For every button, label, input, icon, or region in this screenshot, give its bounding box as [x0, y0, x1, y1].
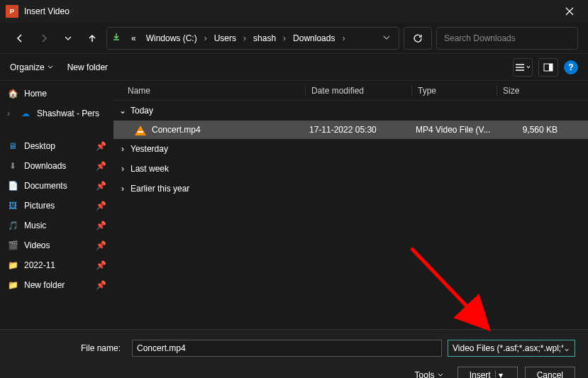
document-icon: 📄 — [7, 181, 18, 191]
forward-button[interactable] — [34, 28, 54, 48]
sidebar-documents[interactable]: 📄Documents📌 — [0, 176, 113, 196]
address-dropdown-icon[interactable] — [379, 33, 394, 43]
powerpoint-icon: P — [6, 5, 18, 18]
sidebar-downloads[interactable]: ⬇Downloads📌 — [0, 156, 113, 176]
sidebar-folder-2022-11[interactable]: 📁2022-11📌 — [0, 255, 113, 275]
column-headers[interactable]: Name Date modified Type Size — [113, 81, 588, 101]
folder-icon: 📁 — [7, 280, 18, 290]
pictures-icon: 🖼 — [7, 201, 18, 211]
chevron-right-icon: › — [118, 144, 128, 154]
chevron-right-icon: › — [7, 109, 14, 118]
file-type: MP4 Video File (V... — [416, 125, 501, 135]
recent-dropdown[interactable] — [58, 28, 78, 48]
col-name[interactable]: Name — [128, 86, 305, 96]
view-list-button[interactable] — [513, 58, 533, 77]
file-size: 9,560 KB — [501, 125, 558, 135]
back-button[interactable] — [10, 28, 30, 48]
pin-icon: 📌 — [96, 201, 106, 211]
pin-icon: 📌 — [96, 141, 106, 151]
chevron-right-icon: › — [118, 184, 128, 194]
command-bar: Organize New folder ? — [0, 54, 588, 81]
group-today[interactable]: ⌄Today — [113, 101, 588, 121]
col-date[interactable]: Date modified — [305, 86, 411, 96]
group-yesterday[interactable]: ›Yesterday — [113, 139, 588, 159]
download-icon: ⬇ — [7, 161, 18, 171]
search-input[interactable]: Search Downloads — [436, 27, 578, 50]
sidebar-home[interactable]: 🏠 Home — [0, 84, 113, 104]
pin-icon: 📌 — [96, 240, 106, 250]
chevron-right-icon: › — [204, 33, 207, 43]
file-type-filter[interactable]: Video Files (*.asf;*.asx;*.wpl;*.w ⌄ — [448, 340, 575, 357]
file-date: 17-11-2022 05:30 — [309, 125, 416, 135]
close-button[interactable] — [554, 0, 585, 23]
col-size[interactable]: Size — [497, 86, 553, 96]
sidebar-pictures[interactable]: 🖼Pictures📌 — [0, 196, 113, 216]
title-bar: P Insert Video — [0, 0, 588, 23]
address-bar[interactable]: « Windows (C:)› Users› shash› Downloads› — [106, 27, 399, 50]
home-icon: 🏠 — [7, 89, 18, 99]
pin-icon: 📌 — [96, 260, 106, 270]
organize-menu[interactable]: Organize — [10, 62, 53, 72]
dialog-footer: File name: Video Files (*.asf;*.asx;*.wp… — [0, 329, 588, 378]
pin-icon: 📌 — [96, 280, 106, 290]
music-icon: 🎵 — [7, 221, 18, 230]
pin-icon: 📌 — [96, 161, 106, 171]
downloads-folder-icon — [111, 32, 121, 44]
folder-icon: 📁 — [7, 260, 18, 270]
pin-icon: 📌 — [96, 181, 106, 191]
chevron-right-icon: › — [243, 33, 246, 43]
file-name: Concert.mp4 — [152, 125, 309, 135]
insert-dropdown-icon[interactable]: ▾ — [495, 370, 506, 378]
pin-icon: 📌 — [96, 221, 106, 230]
filename-input[interactable] — [132, 340, 442, 357]
refresh-button[interactable] — [404, 27, 432, 50]
chevron-right-icon: › — [342, 33, 345, 43]
chevron-down-icon: ⌄ — [563, 343, 570, 353]
preview-pane-button[interactable] — [538, 58, 558, 77]
svg-rect-1 — [549, 64, 553, 71]
tools-menu[interactable]: Tools — [415, 370, 443, 378]
chevron-right-icon: › — [118, 164, 128, 174]
group-earlier-year[interactable]: ›Earlier this year — [113, 179, 588, 199]
breadcrumb-seg[interactable]: Windows (C:) — [143, 33, 200, 43]
cancel-button[interactable]: Cancel — [525, 367, 575, 378]
window-title: Insert Video — [24, 6, 554, 16]
nav-bar: « Windows (C:)› Users› shash› Downloads›… — [0, 23, 588, 54]
filter-text: Video Files (*.asf;*.asx;*.wpl;*.w — [453, 343, 563, 353]
chevron-right-icon: › — [283, 33, 286, 43]
breadcrumb-seg[interactable]: Users — [211, 33, 239, 43]
filename-label: File name: — [13, 343, 126, 353]
help-button[interactable]: ? — [564, 60, 578, 74]
vlc-icon — [135, 124, 146, 135]
main-area: 🏠 Home › ☁ Shashwat - Pers 🖥Desktop📌 ⬇Do… — [0, 81, 588, 329]
breadcrumb-seg[interactable]: shash — [250, 33, 279, 43]
breadcrumb-prefix: « — [128, 33, 139, 43]
new-folder-button[interactable]: New folder — [67, 62, 108, 72]
group-last-week[interactable]: ›Last week — [113, 159, 588, 179]
sidebar-videos[interactable]: 🎬Videos📌 — [0, 235, 113, 255]
search-placeholder: Search Downloads — [444, 33, 516, 43]
sidebar-music[interactable]: 🎵Music📌 — [0, 216, 113, 235]
sidebar-desktop[interactable]: 🖥Desktop📌 — [0, 136, 113, 156]
sidebar-onedrive[interactable]: › ☁ Shashwat - Pers — [0, 104, 113, 123]
sidebar: 🏠 Home › ☁ Shashwat - Pers 🖥Desktop📌 ⬇Do… — [0, 81, 113, 329]
chevron-down-icon: ⌄ — [118, 106, 128, 116]
video-icon: 🎬 — [7, 240, 18, 250]
desktop-icon: 🖥 — [7, 141, 18, 151]
file-list: Name Date modified Type Size ⌄Today Conc… — [113, 81, 588, 329]
sidebar-folder-new[interactable]: 📁New folder📌 — [0, 275, 113, 295]
up-button[interactable] — [82, 28, 102, 48]
cloud-icon: ☁ — [20, 109, 31, 118]
insert-button[interactable]: Insert ▾ — [457, 367, 518, 378]
file-row[interactable]: Concert.mp4 17-11-2022 05:30 MP4 Video F… — [113, 121, 588, 139]
col-type[interactable]: Type — [411, 86, 497, 96]
breadcrumb-seg[interactable]: Downloads — [290, 33, 338, 43]
